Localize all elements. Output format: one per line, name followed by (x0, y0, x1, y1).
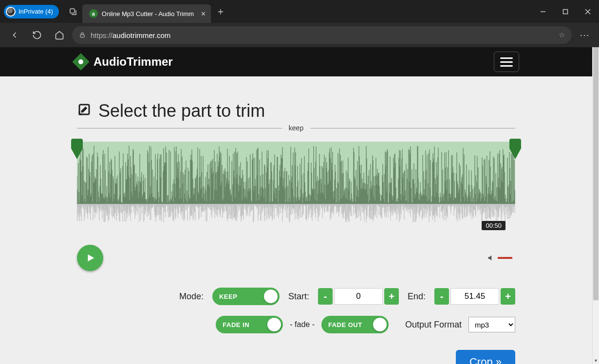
mode-toggle-label: KEEP (219, 293, 237, 300)
brand-logo-icon (73, 54, 89, 70)
tab-strip: InPrivate (4) a Online Mp3 Cutter - Audi… (0, 0, 599, 23)
speaker-icon (487, 254, 495, 262)
start-stepper: - + (318, 288, 399, 305)
fade-dash: - fade - (290, 320, 315, 329)
avatar-icon (6, 7, 16, 17)
svg-rect-0 (70, 9, 75, 13)
favorite-icon[interactable]: ☆ (559, 31, 565, 39)
crop-button[interactable]: Crop » (456, 350, 515, 364)
window-controls (532, 0, 599, 23)
end-stepper: - + (434, 288, 515, 305)
end-input[interactable] (450, 288, 499, 305)
inprivate-label: InPrivate (4) (19, 8, 53, 15)
end-label: End: (408, 291, 426, 302)
fade-in-toggle[interactable]: FADE IN (216, 316, 283, 333)
refresh-icon[interactable] (27, 25, 47, 45)
browser-chrome: InPrivate (4) a Online Mp3 Cutter - Audi… (0, 0, 599, 47)
mode-label: Mode: (179, 291, 204, 302)
keep-divider: keep (77, 124, 515, 132)
playback-row (77, 245, 515, 271)
window-close-icon[interactable] (577, 0, 599, 23)
start-input[interactable] (334, 288, 383, 305)
trim-handle-right[interactable] (508, 139, 522, 159)
svg-rect-2 (563, 9, 568, 14)
toggle-knob (264, 290, 278, 303)
output-format-label: Output Format (405, 320, 462, 330)
menu-icon[interactable] (494, 52, 519, 72)
fade-in-label: FADE IN (223, 321, 249, 328)
divider-label: keep (289, 124, 303, 132)
start-label: Start: (288, 291, 309, 302)
volume-slider[interactable] (498, 257, 512, 259)
lock-icon (79, 32, 86, 38)
time-badge: 00:50 (482, 221, 505, 230)
page-title: Select the part to trim (77, 101, 515, 121)
waveform[interactable] (77, 142, 515, 204)
page-title-text: Select the part to trim (98, 101, 265, 121)
home-icon[interactable] (50, 25, 69, 45)
edit-icon (77, 102, 92, 120)
tab-title: Online Mp3 Cutter - Audio Trimm (102, 10, 194, 18)
start-increment-button[interactable]: + (384, 288, 399, 305)
back-icon[interactable] (5, 25, 24, 45)
end-decrement-button[interactable]: - (434, 288, 449, 305)
main-content: Select the part to trim keep 00:50 (77, 101, 515, 364)
trim-controls: Mode: KEEP Start: - + End: - + (77, 288, 515, 305)
trim-handle-left[interactable] (70, 139, 84, 159)
browser-toolbar: https://audiotrimmer.com ☆ ⋯ (0, 23, 599, 47)
brand-text: AudioTrimmer (94, 55, 173, 69)
volume-control[interactable] (487, 254, 512, 262)
page-body: AudioTrimmer Select the part to trim kee… (0, 47, 592, 364)
output-format-select[interactable]: mp3 (468, 317, 515, 332)
start-decrement-button[interactable]: - (318, 288, 333, 305)
site-navbar: AudioTrimmer (0, 47, 592, 76)
waveform-container: 00:50 (77, 142, 515, 224)
toggle-knob (373, 318, 387, 331)
new-tab-button[interactable]: ＋ (211, 5, 230, 18)
favicon-icon: a (89, 9, 98, 18)
fade-output-row: FADE IN - fade - FADE OUT Output Format … (77, 316, 515, 333)
browser-tab[interactable]: a Online Mp3 Cutter - Audio Trimm ✕ (82, 4, 211, 23)
address-bar[interactable]: https://audiotrimmer.com ☆ (72, 26, 572, 44)
inprivate-badge[interactable]: InPrivate (4) (4, 5, 59, 18)
end-increment-button[interactable]: + (501, 288, 515, 305)
url-text: https://audiotrimmer.com (91, 31, 170, 39)
toggle-knob (267, 318, 281, 331)
maximize-icon[interactable] (554, 0, 577, 23)
mode-toggle[interactable]: KEEP (212, 288, 280, 305)
scroll-down-icon[interactable]: ▾ (593, 356, 599, 364)
scrollbar[interactable]: ▴ ▾ (592, 47, 599, 364)
scrollbar-thumb[interactable] (593, 47, 599, 300)
brand[interactable]: AudioTrimmer (73, 54, 173, 70)
more-icon[interactable]: ⋯ (575, 25, 594, 45)
close-icon[interactable]: ✕ (201, 10, 206, 18)
play-icon (85, 253, 95, 263)
fade-out-label: FADE OUT (328, 321, 362, 328)
fade-out-toggle[interactable]: FADE OUT (321, 316, 389, 333)
tab-actions-icon[interactable] (64, 7, 82, 16)
minimize-icon[interactable] (532, 0, 554, 23)
svg-rect-5 (80, 35, 84, 37)
play-button[interactable] (77, 245, 103, 271)
